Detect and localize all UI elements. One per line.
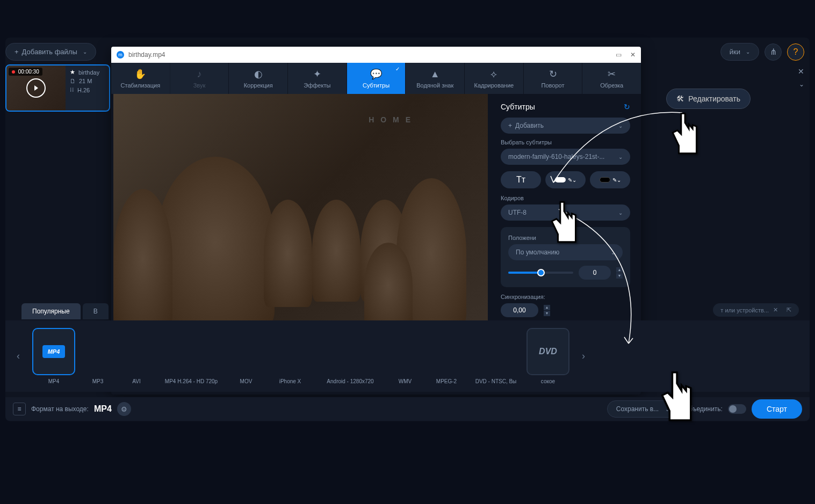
- video-preview[interactable]: [113, 94, 488, 328]
- tab-crop[interactable]: ⟡ Кадрирование: [464, 63, 523, 94]
- search-placeholder: т или устройств...: [720, 307, 769, 313]
- text-color-button[interactable]: ✎⌄: [545, 171, 586, 188]
- tab-audio[interactable]: ♪ Звук: [170, 63, 229, 94]
- save-to-label: Сохранить в...: [616, 405, 659, 413]
- offset-slider[interactable]: [508, 272, 573, 274]
- file-icon: 🗋: [70, 78, 76, 84]
- tab-correction[interactable]: ◐ Коррекция: [228, 63, 287, 94]
- document-icon[interactable]: ≡: [13, 403, 26, 415]
- minimize-button[interactable]: ▭: [616, 51, 622, 59]
- close-icon[interactable]: ✕: [773, 306, 778, 313]
- sync-label: Синхронизация:: [501, 294, 630, 300]
- merge-label: Объединить:: [684, 405, 723, 413]
- format-tab-popular[interactable]: Популярные: [21, 303, 81, 319]
- settings-button[interactable]: йки ⌄: [720, 43, 759, 61]
- pencil-icon: ✎⌄: [612, 177, 621, 183]
- thumbnail-preview: 00:00:30: [6, 65, 66, 111]
- star-icon: ★: [70, 69, 75, 76]
- help-button[interactable]: ?: [787, 43, 804, 61]
- stamp-icon: ▲: [430, 69, 440, 80]
- tab-label: Поворот: [542, 82, 565, 89]
- subtitle-file-dropdown[interactable]: modern-family-610-haleys-21st-... ⌄: [501, 149, 630, 165]
- format-card-mov[interactable]: MOV: [230, 328, 262, 384]
- close-button[interactable]: ✕: [630, 51, 636, 59]
- scroll-right-button[interactable]: ›: [576, 340, 591, 372]
- encoding-dropdown[interactable]: UTF-8 ⌄: [501, 204, 630, 221]
- chevron-down-icon: ⌄: [83, 49, 87, 55]
- contrast-icon: ◐: [254, 68, 263, 80]
- encoding-label: Кодиров: [501, 195, 630, 201]
- format-card-mp4[interactable]: MP4 MP4: [32, 328, 75, 384]
- tab-effects[interactable]: ✦ Эффекты: [287, 63, 347, 94]
- spinner-down-button[interactable]: ▼: [616, 273, 623, 279]
- check-icon: ✓: [395, 66, 400, 72]
- format-card-wmv[interactable]: WMV: [389, 328, 421, 384]
- window-title: birthday.mp4: [128, 51, 165, 59]
- position-label: Положени: [508, 235, 623, 241]
- share-icon: ⋔: [770, 47, 777, 57]
- white-swatch-icon: [555, 177, 566, 182]
- crop-icon: ⟡: [491, 69, 497, 80]
- filesize-label: 21 М: [79, 78, 92, 84]
- play-icon: [26, 78, 46, 98]
- tab-subtitles[interactable]: 💬 ✓ Субтитры: [347, 63, 406, 94]
- window-controls: ▭ ✕: [616, 51, 636, 59]
- tab-label: Водяной знак: [416, 82, 453, 89]
- offset-spinner: ▲ ▼: [616, 267, 623, 279]
- format-card-mpeg2[interactable]: MPEG-2: [428, 328, 465, 384]
- revert-button[interactable]: ↻: [624, 103, 630, 111]
- position-panel: Положени По умолчанию ⌄ 0 ▲ ▼: [501, 227, 630, 287]
- spinner-up-button[interactable]: ▲: [616, 267, 623, 273]
- format-card-iphone[interactable]: iPhone X: [269, 328, 312, 384]
- bottom-bar: ≡ Формат на выходе: MP4 ⚙ Сохранить в...…: [5, 397, 810, 421]
- output-format-label: Формат на выходе:: [31, 405, 89, 413]
- tab-watermark[interactable]: ▲ Водяной знак: [405, 63, 464, 94]
- add-files-button[interactable]: + Добавить файлы ⌄: [5, 43, 96, 61]
- position-dropdown[interactable]: По умолчанию ⌄: [508, 244, 623, 260]
- tab-trim[interactable]: ✂ Обрезка: [582, 63, 641, 94]
- close-panel-button[interactable]: ✕: [798, 67, 804, 76]
- output-format-value: MP4: [94, 404, 112, 414]
- format-card-dvd[interactable]: DVD сокое: [526, 328, 569, 384]
- collapse-panel-button[interactable]: ⌄: [799, 81, 804, 88]
- tab-rotate[interactable]: ↻ Поворот: [523, 63, 582, 94]
- save-to-button[interactable]: Сохранить в... ⌄: [607, 400, 679, 418]
- format-tab-video[interactable]: В: [83, 303, 109, 319]
- format-card-mp4-hd[interactable]: MP4 H.264 - HD 720p: [159, 328, 223, 384]
- plus-icon: +: [15, 48, 19, 56]
- merge-toggle[interactable]: [728, 404, 746, 414]
- scroll-left-button[interactable]: ‹: [11, 340, 26, 372]
- format-search[interactable]: т или устройств... ✕ ⇱: [713, 303, 799, 317]
- editor-titlebar: m birthday.mp4 ▭ ✕: [111, 47, 641, 63]
- file-thumbnail[interactable]: 00:00:30 ★ birthday 🗋 21 М ⁞⁞ H.26: [5, 64, 110, 112]
- format-strip: ‹ MP4 MP4 MP3 AVI MP4 H.264 - HD 720p MO…: [5, 320, 810, 392]
- encoding-value: UTF-8: [508, 209, 526, 216]
- outline-color-button[interactable]: ✎⌄: [590, 171, 630, 188]
- format-card-avi[interactable]: AVI: [120, 328, 153, 384]
- share-button[interactable]: ⋔: [764, 43, 782, 61]
- chevron-down-icon: ⌄: [746, 49, 750, 55]
- hand-icon: ✋: [134, 68, 146, 80]
- font-button[interactable]: Tт: [501, 171, 541, 188]
- codec-icon: ⁞⁞: [70, 86, 74, 93]
- offset-value[interactable]: 0: [579, 266, 611, 280]
- tool-tabs: ✋ Стабилизация ♪ Звук ◐ Коррекция ✦ Эффе…: [111, 63, 641, 94]
- add-files-label: Добавить файлы: [22, 48, 77, 56]
- edit-button[interactable]: 🛠 Редактировать: [666, 89, 751, 109]
- tab-label: Обрезка: [600, 82, 623, 89]
- chevron-down-icon: ⌄: [618, 154, 623, 160]
- tab-label: Эффекты: [304, 82, 330, 89]
- style-buttons: Tт ✎⌄ ✎⌄: [501, 171, 630, 188]
- thumbnail-info: ★ birthday 🗋 21 М ⁞⁞ H.26: [66, 65, 109, 111]
- tab-label: Кадрирование: [474, 82, 514, 89]
- tab-stabilization[interactable]: ✋ Стабилизация: [111, 63, 170, 94]
- format-settings-button[interactable]: ⚙: [117, 402, 131, 416]
- format-card-android[interactable]: Android - 1280x720: [318, 328, 383, 384]
- add-subtitle-button[interactable]: + Добавить ⌄: [501, 118, 630, 134]
- format-card-dvd-ntsc[interactable]: DVD - NTSC, Вы: [472, 328, 520, 384]
- filename-label: birthday: [78, 69, 99, 76]
- settings-label: йки: [730, 48, 740, 56]
- start-button[interactable]: Старт: [752, 399, 802, 419]
- expand-icon[interactable]: ⇱: [787, 306, 791, 313]
- format-card-mp3[interactable]: MP3: [82, 328, 114, 384]
